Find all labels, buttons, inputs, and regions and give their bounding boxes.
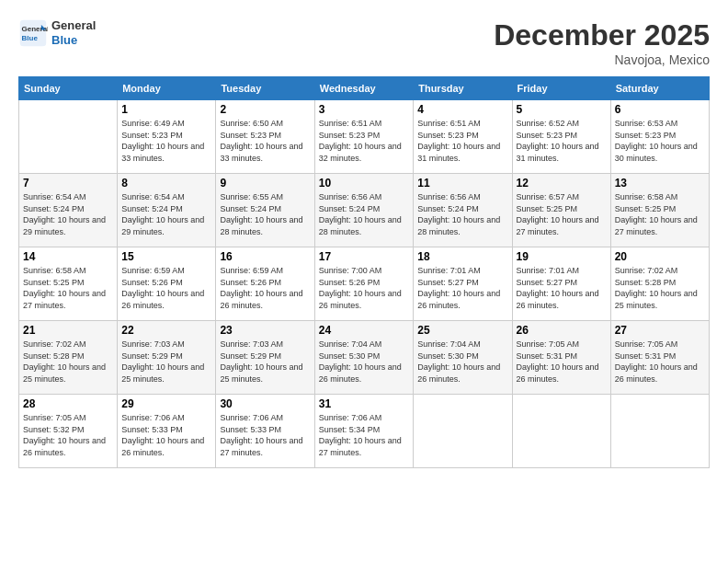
day-cell: 28Sunrise: 7:05 AM Sunset: 5:32 PM Dayli… bbox=[19, 395, 118, 468]
day-cell: 29Sunrise: 7:06 AM Sunset: 5:33 PM Dayli… bbox=[118, 395, 216, 468]
day-number: 20 bbox=[615, 250, 705, 263]
day-number: 27 bbox=[615, 324, 705, 337]
day-info: Sunrise: 6:59 AM Sunset: 5:26 PM Dayligh… bbox=[121, 265, 211, 311]
day-number: 25 bbox=[417, 324, 507, 337]
week-row-1: 1Sunrise: 6:49 AM Sunset: 5:23 PM Daylig… bbox=[19, 100, 710, 174]
day-number: 22 bbox=[121, 324, 211, 337]
day-number: 9 bbox=[220, 177, 310, 190]
day-number: 4 bbox=[417, 103, 507, 116]
day-number: 13 bbox=[615, 177, 705, 190]
day-info: Sunrise: 7:06 AM Sunset: 5:33 PM Dayligh… bbox=[220, 412, 310, 458]
day-cell: 26Sunrise: 7:05 AM Sunset: 5:31 PM Dayli… bbox=[512, 321, 610, 395]
day-info: Sunrise: 6:57 AM Sunset: 5:25 PM Dayligh… bbox=[517, 191, 607, 237]
day-number: 18 bbox=[417, 250, 507, 263]
day-cell: 8Sunrise: 6:54 AM Sunset: 5:24 PM Daylig… bbox=[118, 174, 216, 247]
day-cell: 4Sunrise: 6:51 AM Sunset: 5:23 PM Daylig… bbox=[414, 100, 512, 174]
day-number: 16 bbox=[220, 250, 310, 263]
day-cell: 21Sunrise: 7:02 AM Sunset: 5:28 PM Dayli… bbox=[19, 321, 118, 395]
day-info: Sunrise: 6:58 AM Sunset: 5:25 PM Dayligh… bbox=[23, 265, 113, 311]
day-cell: 1Sunrise: 6:49 AM Sunset: 5:23 PM Daylig… bbox=[118, 100, 216, 174]
day-cell: 27Sunrise: 7:05 AM Sunset: 5:31 PM Dayli… bbox=[610, 321, 709, 395]
day-number: 14 bbox=[23, 250, 113, 263]
week-row-2: 7Sunrise: 6:54 AM Sunset: 5:24 PM Daylig… bbox=[19, 174, 710, 247]
page-header: General Blue General Blue December 2025 … bbox=[18, 18, 710, 67]
day-info: Sunrise: 7:06 AM Sunset: 5:34 PM Dayligh… bbox=[319, 412, 410, 458]
day-number: 6 bbox=[615, 103, 705, 116]
day-number: 10 bbox=[319, 177, 410, 190]
col-header-monday: Monday bbox=[118, 77, 216, 100]
day-number: 26 bbox=[517, 324, 607, 337]
day-info: Sunrise: 7:02 AM Sunset: 5:28 PM Dayligh… bbox=[615, 265, 705, 311]
col-header-friday: Friday bbox=[512, 77, 610, 100]
day-cell bbox=[19, 100, 118, 174]
day-info: Sunrise: 7:04 AM Sunset: 5:30 PM Dayligh… bbox=[319, 339, 410, 385]
col-header-sunday: Sunday bbox=[19, 77, 118, 100]
day-cell bbox=[512, 395, 610, 468]
logo: General Blue General Blue bbox=[18, 18, 96, 48]
day-cell: 6Sunrise: 6:53 AM Sunset: 5:23 PM Daylig… bbox=[610, 100, 709, 174]
day-info: Sunrise: 7:06 AM Sunset: 5:33 PM Dayligh… bbox=[121, 412, 211, 458]
day-cell: 23Sunrise: 7:03 AM Sunset: 5:29 PM Dayli… bbox=[216, 321, 314, 395]
day-info: Sunrise: 6:51 AM Sunset: 5:23 PM Dayligh… bbox=[319, 118, 410, 164]
day-info: Sunrise: 6:54 AM Sunset: 5:24 PM Dayligh… bbox=[23, 191, 113, 237]
week-row-3: 14Sunrise: 6:58 AM Sunset: 5:25 PM Dayli… bbox=[19, 247, 710, 321]
day-info: Sunrise: 7:05 AM Sunset: 5:31 PM Dayligh… bbox=[517, 339, 607, 385]
day-info: Sunrise: 7:05 AM Sunset: 5:31 PM Dayligh… bbox=[615, 339, 705, 385]
day-number: 23 bbox=[220, 324, 310, 337]
week-row-5: 28Sunrise: 7:05 AM Sunset: 5:32 PM Dayli… bbox=[19, 395, 710, 468]
day-number: 7 bbox=[23, 177, 113, 190]
month-title: December 2025 bbox=[494, 18, 710, 52]
day-info: Sunrise: 7:03 AM Sunset: 5:29 PM Dayligh… bbox=[220, 339, 310, 385]
day-cell: 20Sunrise: 7:02 AM Sunset: 5:28 PM Dayli… bbox=[610, 247, 709, 321]
day-number: 21 bbox=[23, 324, 113, 337]
day-cell bbox=[414, 395, 512, 468]
day-number: 12 bbox=[517, 177, 607, 190]
day-cell: 14Sunrise: 6:58 AM Sunset: 5:25 PM Dayli… bbox=[19, 247, 118, 321]
day-info: Sunrise: 7:05 AM Sunset: 5:32 PM Dayligh… bbox=[23, 412, 113, 458]
day-info: Sunrise: 6:56 AM Sunset: 5:24 PM Dayligh… bbox=[417, 191, 507, 237]
day-cell: 11Sunrise: 6:56 AM Sunset: 5:24 PM Dayli… bbox=[414, 174, 512, 247]
day-number: 19 bbox=[517, 250, 607, 263]
col-header-saturday: Saturday bbox=[610, 77, 709, 100]
day-number: 15 bbox=[121, 250, 211, 263]
day-number: 31 bbox=[319, 397, 410, 410]
logo-text-blue: Blue bbox=[51, 33, 96, 48]
calendar-table: SundayMondayTuesdayWednesdayThursdayFrid… bbox=[18, 76, 710, 468]
day-cell bbox=[610, 395, 709, 468]
header-row: SundayMondayTuesdayWednesdayThursdayFrid… bbox=[19, 77, 710, 100]
day-info: Sunrise: 6:55 AM Sunset: 5:24 PM Dayligh… bbox=[220, 191, 310, 237]
day-cell: 22Sunrise: 7:03 AM Sunset: 5:29 PM Dayli… bbox=[118, 321, 216, 395]
day-number: 28 bbox=[23, 397, 113, 410]
day-cell: 3Sunrise: 6:51 AM Sunset: 5:23 PM Daylig… bbox=[314, 100, 414, 174]
day-cell: 7Sunrise: 6:54 AM Sunset: 5:24 PM Daylig… bbox=[19, 174, 118, 247]
day-info: Sunrise: 6:58 AM Sunset: 5:25 PM Dayligh… bbox=[615, 191, 705, 237]
week-row-4: 21Sunrise: 7:02 AM Sunset: 5:28 PM Dayli… bbox=[19, 321, 710, 395]
day-number: 29 bbox=[121, 397, 211, 410]
title-block: December 2025 Navojoa, Mexico bbox=[494, 18, 710, 67]
day-number: 1 bbox=[121, 103, 211, 116]
day-number: 5 bbox=[517, 103, 607, 116]
day-cell: 15Sunrise: 6:59 AM Sunset: 5:26 PM Dayli… bbox=[118, 247, 216, 321]
day-info: Sunrise: 7:01 AM Sunset: 5:27 PM Dayligh… bbox=[517, 265, 607, 311]
day-cell: 16Sunrise: 6:59 AM Sunset: 5:26 PM Dayli… bbox=[216, 247, 314, 321]
day-cell: 19Sunrise: 7:01 AM Sunset: 5:27 PM Dayli… bbox=[512, 247, 610, 321]
location: Navojoa, Mexico bbox=[494, 52, 710, 67]
day-cell: 17Sunrise: 7:00 AM Sunset: 5:26 PM Dayli… bbox=[314, 247, 414, 321]
day-cell: 18Sunrise: 7:01 AM Sunset: 5:27 PM Dayli… bbox=[414, 247, 512, 321]
day-info: Sunrise: 7:01 AM Sunset: 5:27 PM Dayligh… bbox=[417, 265, 507, 311]
day-info: Sunrise: 6:51 AM Sunset: 5:23 PM Dayligh… bbox=[417, 118, 507, 164]
day-cell: 9Sunrise: 6:55 AM Sunset: 5:24 PM Daylig… bbox=[216, 174, 314, 247]
day-number: 3 bbox=[319, 103, 410, 116]
day-info: Sunrise: 7:02 AM Sunset: 5:28 PM Dayligh… bbox=[23, 339, 113, 385]
day-info: Sunrise: 6:54 AM Sunset: 5:24 PM Dayligh… bbox=[121, 191, 211, 237]
day-cell: 2Sunrise: 6:50 AM Sunset: 5:23 PM Daylig… bbox=[216, 100, 314, 174]
day-info: Sunrise: 6:52 AM Sunset: 5:23 PM Dayligh… bbox=[517, 118, 607, 164]
day-info: Sunrise: 7:04 AM Sunset: 5:30 PM Dayligh… bbox=[417, 339, 507, 385]
day-cell: 10Sunrise: 6:56 AM Sunset: 5:24 PM Dayli… bbox=[314, 174, 414, 247]
day-number: 17 bbox=[319, 250, 410, 263]
day-info: Sunrise: 7:03 AM Sunset: 5:29 PM Dayligh… bbox=[121, 339, 211, 385]
day-cell: 31Sunrise: 7:06 AM Sunset: 5:34 PM Dayli… bbox=[314, 395, 414, 468]
day-number: 8 bbox=[121, 177, 211, 190]
day-cell: 13Sunrise: 6:58 AM Sunset: 5:25 PM Dayli… bbox=[610, 174, 709, 247]
day-cell: 24Sunrise: 7:04 AM Sunset: 5:30 PM Dayli… bbox=[314, 321, 414, 395]
